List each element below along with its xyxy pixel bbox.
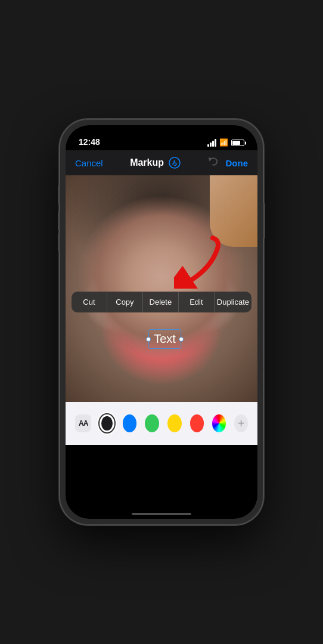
phone-frame: 12:48 📶 Cancel Markup: [60, 119, 263, 525]
battery-fill: [232, 141, 240, 145]
context-copy[interactable]: Copy: [107, 292, 143, 312]
text-element-box: Text: [148, 329, 181, 349]
status-time: 12:48: [79, 137, 100, 147]
text-element[interactable]: Text: [148, 329, 181, 349]
context-menu: Cut Copy Delete Edit Duplicate: [72, 292, 251, 312]
text-size-button[interactable]: AA: [75, 414, 91, 432]
context-duplicate[interactable]: Duplicate: [215, 292, 251, 312]
nav-right: Done: [207, 156, 248, 171]
add-button[interactable]: +: [234, 414, 248, 432]
handle-right[interactable]: [179, 337, 184, 342]
signal-icon: [207, 139, 216, 147]
home-indicator: [132, 513, 191, 515]
cancel-button[interactable]: Cancel: [75, 158, 103, 168]
bottom-toolbar: AA +: [66, 402, 257, 445]
notch: [123, 125, 200, 141]
color-green[interactable]: [145, 414, 159, 432]
context-cut[interactable]: Cut: [72, 292, 107, 312]
wifi-icon: 📶: [219, 138, 228, 147]
status-icons: 📶: [207, 139, 244, 147]
color-blue[interactable]: [123, 414, 137, 432]
context-delete[interactable]: Delete: [143, 292, 179, 312]
color-red[interactable]: [190, 414, 204, 432]
markup-icon[interactable]: [169, 157, 181, 169]
color-wheel[interactable]: [212, 414, 226, 432]
done-button[interactable]: Done: [225, 158, 248, 168]
context-edit[interactable]: Edit: [179, 292, 215, 312]
color-black[interactable]: [100, 414, 114, 432]
nav-title-group: Markup: [130, 157, 181, 169]
handle-left[interactable]: [146, 337, 151, 342]
battery-icon: [231, 140, 244, 146]
text-element-label: Text: [154, 332, 176, 345]
phone-screen: 12:48 📶 Cancel Markup: [66, 125, 257, 519]
undo-icon[interactable]: [207, 156, 219, 171]
color-yellow[interactable]: [167, 414, 182, 432]
nav-title: Markup: [130, 157, 164, 168]
dog-photo: [66, 175, 257, 402]
red-arrow: [174, 235, 222, 289]
image-area[interactable]: Cut Copy Delete Edit Duplicate Text: [66, 175, 257, 402]
nav-bar: Cancel Markup: [66, 150, 257, 175]
